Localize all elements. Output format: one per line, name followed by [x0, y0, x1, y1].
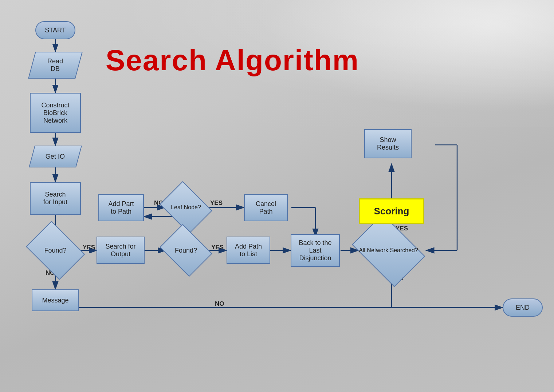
end-node: END [503, 298, 543, 317]
back-to-last-disjunction-node: Back to the Last Disjunction [291, 234, 340, 267]
search-for-input-node: Search for Input [30, 182, 81, 215]
label-no-bottom: NO [215, 300, 224, 308]
message-node: Message [32, 289, 79, 311]
page-title: Search Algorithm [106, 44, 359, 77]
read-db-node: Read DB [28, 52, 83, 79]
start-node: START [35, 21, 75, 39]
found2-diamond-node: Found? [165, 234, 207, 267]
found-diamond-node: Found? [32, 232, 79, 269]
get-io-node: Get IO [29, 146, 82, 167]
scoring-node: Scoring [359, 198, 424, 224]
label-yes-found: YES [83, 244, 95, 251]
show-results-node: Show Results [364, 129, 412, 158]
all-network-searched-diamond: All Network Searched? [358, 229, 419, 272]
add-part-to-path-node: Add Part to Path [98, 194, 144, 221]
cancel-path-node: Cancel Path [244, 194, 288, 221]
label-yes-leafnode: YES [210, 199, 223, 207]
label-yes-found2: YES [211, 244, 224, 251]
add-path-to-list-node: Add Path to List [227, 237, 270, 264]
leaf-node-diamond: Leaf Node? [165, 191, 207, 224]
search-for-output-node: Search for Output [97, 237, 145, 264]
construct-network-node: Construct BioBrick Network [30, 93, 81, 133]
